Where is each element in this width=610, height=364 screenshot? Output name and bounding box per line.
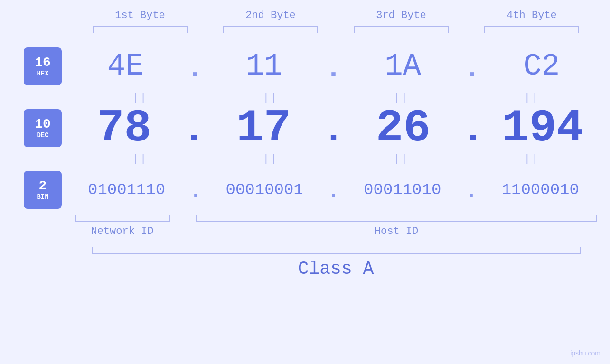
byte-header-3: 3rd Byte	[347, 9, 456, 21]
hex-badge-number: 16	[35, 56, 51, 69]
byte-headers: 1st Byte 2nd Byte 3rd Byte 4th Byte	[75, 9, 597, 21]
bin-values: 01001110 . 00010001 . 00011010 . 1100001…	[71, 181, 610, 199]
bin-val-4: 11000010	[493, 181, 588, 199]
byte-header-1: 1st Byte	[85, 9, 195, 21]
equals-1-2: ||	[223, 92, 318, 103]
byte-header-2: 2nd Byte	[216, 9, 325, 21]
bin-dot-3: .	[466, 183, 477, 202]
main-container: 1st Byte 2nd Byte 3rd Byte 4th Byte 16 H…	[0, 0, 610, 364]
dec-val-1: 78	[76, 103, 171, 154]
bin-badge-number: 2	[39, 179, 47, 193]
watermark: ipshu.com	[570, 349, 601, 357]
dec-values: 78 . 17 . 26 . 194	[71, 103, 610, 154]
equals-1-4: ||	[484, 92, 579, 103]
class-label: Class A	[92, 259, 581, 279]
dec-badge-number: 10	[35, 118, 51, 131]
bracket-top-3	[354, 26, 449, 33]
byte-header-4: 4th Byte	[477, 9, 586, 21]
hex-values: 4E . 11 . 1A . C2	[71, 49, 610, 84]
bin-badge: 2 BIN	[24, 171, 62, 209]
class-bracket	[92, 247, 581, 254]
bin-dot-2: .	[328, 183, 339, 202]
equals-2-3: ||	[354, 153, 449, 165]
network-bracket	[75, 215, 170, 222]
bracket-top-4	[484, 26, 579, 33]
bracket-top-1	[93, 26, 188, 33]
dec-badge-label: DEC	[37, 132, 48, 139]
bottom-brackets-container: Network ID Host ID	[75, 215, 597, 237]
bin-dot-1: .	[190, 183, 201, 202]
dot-spacer	[170, 215, 196, 222]
id-labels-row: Network ID Host ID	[75, 225, 597, 237]
bin-badge-label: BIN	[37, 194, 48, 200]
class-section: Class A	[92, 247, 581, 279]
hex-dot-1: .	[186, 55, 203, 83]
host-bracket	[196, 215, 597, 222]
equals-2-1: ||	[93, 153, 188, 165]
network-id-label: Network ID	[75, 225, 170, 237]
hex-val-4: C2	[494, 49, 589, 84]
dec-dot-1: .	[182, 112, 205, 149]
hex-dot-3: .	[464, 55, 481, 83]
bottom-brackets-row	[75, 215, 597, 222]
bin-row: 2 BIN 01001110 . 00010001 . 00011010 . 1…	[0, 166, 610, 214]
dec-row: 10 DEC 78 . 17 . 26 . 194	[0, 104, 610, 152]
bin-val-1: 01001110	[79, 181, 174, 199]
dec-dot-2: .	[322, 112, 345, 149]
dec-badge: 10 DEC	[24, 109, 62, 147]
hex-val-1: 4E	[78, 49, 173, 84]
hex-badge: 16 HEX	[24, 47, 62, 85]
hex-dot-2: .	[325, 55, 342, 83]
bin-val-3: 00011010	[355, 181, 450, 199]
dec-val-2: 17	[216, 103, 311, 154]
equals-1-1: ||	[93, 92, 188, 103]
bracket-top-2	[223, 26, 318, 33]
dot-spacer2	[170, 225, 196, 237]
hex-row: 16 HEX 4E . 11 . 1A . C2	[0, 43, 610, 90]
equals-2-2: ||	[223, 153, 318, 165]
equals-2-4: ||	[484, 153, 579, 165]
equals-row-2: || || || ||	[75, 152, 597, 166]
hex-val-2: 11	[216, 49, 311, 84]
host-id-label: Host ID	[196, 225, 597, 237]
top-brackets	[75, 26, 597, 33]
dec-val-3: 26	[356, 103, 450, 154]
hex-badge-label: HEX	[37, 70, 48, 77]
dec-val-4: 194	[495, 103, 590, 154]
hex-val-3: 1A	[356, 49, 450, 84]
dec-dot-3: .	[461, 112, 484, 149]
equals-1-3: ||	[354, 92, 449, 103]
bin-val-2: 00010001	[217, 181, 312, 199]
